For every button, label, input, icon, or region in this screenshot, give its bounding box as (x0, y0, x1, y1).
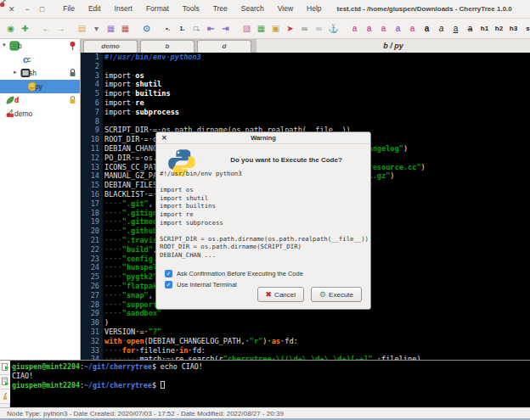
maximize-window-icon[interactable]: □ (40, 0, 44, 19)
fg-color-icon[interactable]: a (348, 20, 361, 38)
insert-table-icon[interactable]: ▦ (255, 20, 268, 38)
h3-icon[interactable]: h3 (507, 20, 520, 38)
tree-item-b[interactable]: ▾b (0, 39, 80, 53)
clear-format-icon[interactable]: a (377, 20, 390, 38)
execute-code-icon[interactable]: ➤ (284, 20, 296, 38)
tree-item-c[interactable]: cc (0, 53, 80, 66)
h2-icon[interactable]: h2 (493, 20, 505, 38)
open-caret-icon[interactable]: ▾ (90, 20, 103, 38)
terminal-segment: giuspen@mint2204 (12, 381, 80, 389)
unlink-icon[interactable]: ∞ (313, 20, 325, 38)
code-segment: VERSION·=· (104, 328, 149, 336)
titlebar: ✕−□ FileEditInsertFormatToolsTreeSearchV… (0, 0, 530, 19)
minimize-window-icon[interactable]: − (25, 0, 30, 19)
checkbox-internal-terminal[interactable]: ✓ (165, 281, 172, 288)
line-number: 16 (81, 190, 103, 199)
go-back-icon[interactable]: ← (40, 20, 53, 38)
terminal-line: giuspen@mint2204:~/git/cherrytree$ echo … (12, 362, 530, 372)
bg-color-icon[interactable]: a (363, 20, 375, 38)
tab-demo[interactable]: demo (83, 40, 138, 53)
numbered-list-icon[interactable]: 1. (176, 20, 189, 38)
line-number: 12 (81, 154, 103, 163)
save-icon[interactable]: ▦ (104, 20, 117, 38)
terminal-run-icon[interactable] (0, 361, 10, 375)
gear-icon: ⚙ (319, 290, 326, 299)
small-icon[interactable]: s (522, 20, 530, 38)
line-number: 26 (81, 282, 103, 291)
menu-tree[interactable]: Tree (206, 0, 234, 18)
terminal-segment: ~/git/cherrytree (84, 381, 152, 389)
terminal-cursor (161, 381, 165, 389)
underline-icon[interactable]: a (449, 20, 462, 38)
strikethrough-icon[interactable]: a (464, 20, 476, 38)
code-segment: BLACKLIST·=·( (104, 190, 161, 199)
find-icon[interactable]: ⊙ (140, 20, 153, 38)
tab-b[interactable]: b (140, 40, 195, 53)
collapse-arrow-icon[interactable]: ▾ (3, 42, 6, 48)
button-label: Execute (329, 291, 353, 299)
insert-link-icon[interactable]: ∞ (298, 20, 311, 38)
italic-icon[interactable]: a (435, 20, 448, 38)
h1-icon[interactable]: h1 (478, 20, 491, 38)
insert-codebox-icon[interactable]: ▣ (269, 20, 282, 38)
terminal-line: CIAO! (12, 372, 530, 381)
code-segment: ···· (104, 263, 122, 272)
node-tree-panel[interactable]: ▾bcc▸shpyddemo (0, 39, 81, 360)
new-node-icon[interactable]: ◉ (4, 20, 17, 38)
indent-left-icon[interactable]: ⇤ (205, 20, 217, 38)
tree-item-label: b (18, 41, 22, 51)
terminal-line: giuspen@mint2204:~/git/cherrytree$ (12, 381, 530, 390)
open-file-icon[interactable]: ▤ (76, 20, 88, 38)
line-number: 10 (81, 135, 103, 144)
line-number: 6 (81, 98, 103, 108)
indent-right-icon[interactable]: ⇥ (219, 20, 232, 38)
tree-item-d[interactable]: d (0, 93, 80, 107)
code-segment: ···· (104, 209, 122, 217)
close-window-icon[interactable]: ✕ (8, 0, 15, 19)
terminal[interactable]: giuspen@mint2204:~/git/cherrytree$ echo … (12, 362, 530, 390)
menu-file[interactable]: File (56, 0, 82, 18)
preview-line: SCRIPT_DIR = os.path.dirname(os.path.rea… (160, 235, 369, 244)
node-path-zone: b / py (257, 39, 530, 53)
tab-d[interactable]: d (197, 40, 251, 53)
preview-line: import shutil (160, 194, 369, 203)
dialog-close-icon[interactable]: ✕ (161, 132, 167, 144)
code-line: ) (104, 318, 530, 328)
checkbox-ask-confirmation[interactable]: ✓ (165, 270, 172, 277)
todo-list-icon[interactable]: □. (190, 20, 203, 38)
line-number: 15 (81, 181, 103, 190)
toolbar: ◉✚←→▤▾▦▦⊙•.1.□.⇤⇥▨▦▣➤∞∞⚓aaaaaaaaah1h2h3s… (0, 19, 530, 39)
preview-line: import os (160, 186, 369, 194)
menu-edit[interactable]: Edit (82, 0, 108, 18)
anchor-icon[interactable]: ⚓ (327, 20, 340, 38)
terminal-run-line-icon[interactable] (0, 375, 10, 389)
insert-image-icon[interactable]: ▨ (240, 20, 253, 38)
tree-item-sh[interactable]: ▸sh (0, 66, 80, 80)
save-as-icon[interactable]: ▦ (119, 20, 132, 38)
expand-arrow-icon[interactable]: ▸ (14, 69, 17, 76)
terminal-clear-icon[interactable] (0, 389, 10, 404)
line-number: 32 (81, 337, 103, 346)
menu-format[interactable]: Format (139, 0, 176, 18)
code-segment: subprocess (135, 108, 179, 116)
lock-dark-icon (68, 68, 77, 78)
line-number: 23 (81, 255, 103, 264)
menu-search[interactable]: Search (234, 0, 271, 18)
add-subnode-icon[interactable]: ✚ (19, 20, 31, 38)
menu-view[interactable]: View (271, 0, 300, 18)
cancel-button[interactable]: ✖Cancel (257, 287, 304, 302)
preview-line: #!/usr/bin/env python3 (160, 170, 369, 178)
code-segment: ) (421, 163, 426, 171)
tree-item-demo[interactable]: demo (0, 107, 80, 120)
menu-tools[interactable]: Tools (176, 0, 206, 18)
fill-color-icon[interactable]: a (392, 20, 404, 38)
go-forward-icon[interactable]: → (54, 20, 67, 38)
bullet-list-icon[interactable]: •. (161, 20, 174, 38)
tree-item-py[interactable]: py (0, 80, 80, 93)
menu-help[interactable]: Help (300, 0, 328, 18)
menu-insert[interactable]: Insert (108, 0, 139, 18)
line-number: 14 (81, 171, 103, 181)
execute-button[interactable]: ⚙Execute (311, 287, 362, 302)
highlight-icon[interactable]: a (406, 20, 419, 38)
bold-icon[interactable]: a (420, 20, 433, 38)
